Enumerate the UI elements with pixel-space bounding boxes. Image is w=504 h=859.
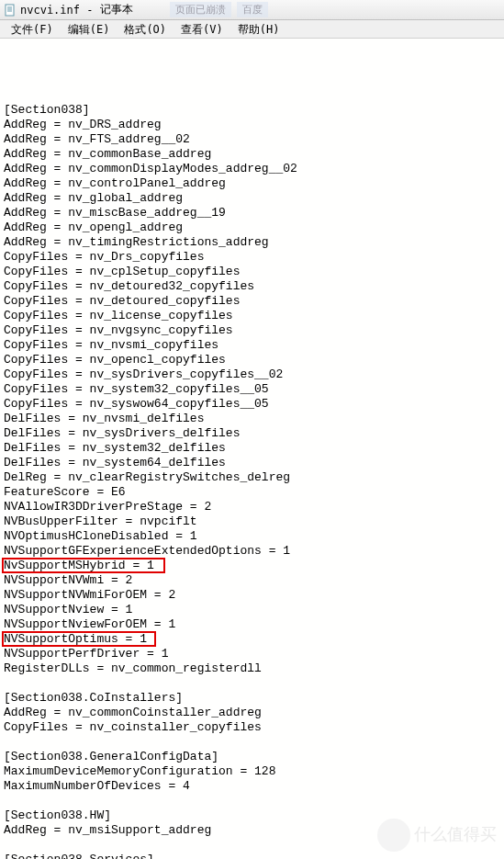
window-titlebar: nvcvi.inf - 记事本 页面已崩溃 百度 (0, 0, 504, 20)
text-line (4, 794, 500, 808)
text-line: NVSupportNviewForOEM = 1 (4, 617, 500, 632)
text-line: CopyFiles = nv_detoured_copyfiles (4, 294, 500, 309)
text-line: [Section038.Services] (4, 853, 500, 859)
menu-help[interactable]: 帮助(H) (230, 20, 287, 38)
text-line: NVOptimusHCloneDisabled = 1 (4, 529, 500, 544)
text-line: NVBusUpperFilter = nvpciflt (4, 514, 500, 529)
text-line: DelReg = nv_clearRegistrySwitches_delreg (4, 470, 500, 485)
text-line: NvSupportMSHybrid = 1 (4, 559, 500, 573)
text-line: CopyFiles = nv_Drs_copyfiles (4, 250, 500, 265)
text-line: NVSupportNview = 1 (4, 603, 500, 617)
text-line: CopyFiles = nv_coinstaller_copyfiles (4, 720, 500, 735)
text-line (4, 735, 500, 750)
text-line: [Section038.GeneralConfigData] (4, 750, 500, 764)
text-line: NVSupportNVWmiForOEM = 2 (4, 588, 500, 603)
menu-bar: 文件(F) 编辑(E) 格式(O) 查看(V) 帮助(H) (0, 20, 504, 39)
text-line: AddReg = nv_DRS_addreg (4, 118, 500, 132)
text-line: NVSupportOptimus = 1 (4, 632, 500, 647)
text-line: NVAllowIR3DDriverPreStage = 2 (4, 500, 500, 514)
text-line: CopyFiles = nv_detoured32_copyfiles (4, 279, 500, 294)
text-line: AddReg = nv_global_addreg (4, 191, 500, 206)
text-line: [Section038] (4, 103, 500, 118)
text-line: RegisterDLLs = nv_common_registerdll (4, 661, 500, 676)
text-line: FeatureScore = E6 (4, 485, 500, 500)
notepad-icon (4, 4, 17, 17)
text-line (4, 838, 500, 853)
text-line: CopyFiles = nv_sysDrivers_copyfiles__02 (4, 367, 500, 382)
text-line: DelFiles = nv_nvsmi_delfiles (4, 412, 500, 426)
bg-tab-1: 页面已崩溃 (170, 2, 231, 17)
text-line: CopyFiles = nv_syswow64_copyfiles__05 (4, 397, 500, 412)
text-line: CopyFiles = nv_opencl_copyfiles (4, 353, 500, 367)
text-line: MaximumNumberOfDevices = 4 (4, 779, 500, 794)
text-line: AddReg = nv_timingRestrictions_addreg (4, 235, 500, 250)
text-line: [Section038.HW] (4, 808, 500, 823)
text-line: MaximumDeviceMemoryConfiguration = 128 (4, 764, 500, 779)
text-line: AddReg = nv_FTS_addreg__02 (4, 132, 500, 147)
title-appname: 记事本 (100, 2, 133, 17)
menu-view[interactable]: 查看(V) (174, 20, 230, 38)
text-line: AddReg = nv_msiSupport_addreg (4, 823, 500, 838)
text-line: CopyFiles = nv_nvgsync_copyfiles (4, 323, 500, 338)
svg-rect-0 (6, 5, 14, 16)
text-line: CopyFiles = nv_system32_copyfiles__05 (4, 382, 500, 397)
background-tabs: 页面已崩溃 百度 (170, 2, 268, 17)
text-line: NVSupportGFExperienceExtendedOptions = 1 (4, 544, 500, 559)
text-line: NVSupportNVWmi = 2 (4, 573, 500, 588)
menu-edit[interactable]: 编辑(E) (61, 20, 118, 38)
menu-file[interactable]: 文件(F) (4, 20, 61, 38)
text-line: [Section038.CoInstallers] (4, 691, 500, 706)
text-line: AddReg = nv_miscBase_addreg__19 (4, 206, 500, 220)
text-line (4, 676, 500, 691)
menu-format[interactable]: 格式(O) (117, 20, 174, 38)
text-line: AddReg = nv_commonBase_addreg (4, 147, 500, 162)
bg-tab-2: 百度 (237, 2, 268, 17)
text-line: AddReg = nv_opengl_addreg (4, 220, 500, 235)
text-line: AddReg = nv_commonDisplayModes_addreg__0… (4, 162, 500, 176)
text-line (4, 88, 500, 103)
text-line: AddReg = nv_controlPanel_addreg (4, 176, 500, 191)
text-content-area[interactable]: [Section038]AddReg = nv_DRS_addregAddReg… (0, 39, 504, 859)
text-line: DelFiles = nv_system32_delfiles (4, 441, 500, 456)
text-line: DelFiles = nv_sysDrivers_delfiles (4, 426, 500, 441)
text-line: DelFiles = nv_system64_delfiles (4, 456, 500, 470)
text-line: CopyFiles = nv_nvsmi_copyfiles (4, 338, 500, 353)
text-line: NVSupportPerfDriver = 1 (4, 647, 500, 661)
text-line: CopyFiles = nv_license_copyfiles (4, 309, 500, 323)
text-line: AddReg = nv_commonCoinstaller_addreg (4, 706, 500, 720)
title-filename: nvcvi.inf (20, 4, 80, 17)
text-line: CopyFiles = nv_cplSetup_copyfiles (4, 265, 500, 279)
title-sep: - (80, 4, 100, 17)
